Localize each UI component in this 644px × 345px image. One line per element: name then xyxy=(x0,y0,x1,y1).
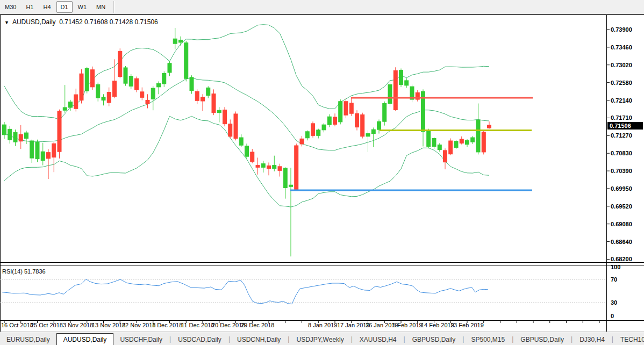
candle-body xyxy=(13,132,17,142)
timeframe-button-d1[interactable]: D1 xyxy=(56,1,73,13)
candle-body xyxy=(383,104,387,122)
candle-body xyxy=(488,125,491,128)
candle-body xyxy=(349,103,353,113)
candle-body xyxy=(251,152,254,162)
rsi-indicator-label: RSI(14) 51.7836 xyxy=(2,268,46,275)
price-axis-label: 0.72140 xyxy=(611,97,632,104)
timeframe-button-h4[interactable]: H4 xyxy=(39,1,55,13)
timeframe-button-m30[interactable]: M30 xyxy=(1,1,20,13)
candle-body xyxy=(388,84,392,103)
candle-body xyxy=(327,117,331,125)
tab-dj30-h4[interactable]: DJ30,H4 xyxy=(573,334,611,345)
rsi-axis-label: 70 xyxy=(611,276,617,283)
candle-body xyxy=(393,70,397,110)
price-axis-label: 0.71710 xyxy=(611,114,632,121)
candle-body xyxy=(333,117,337,124)
candle-body xyxy=(228,124,232,136)
timeframe-button-h1[interactable]: H1 xyxy=(22,1,38,13)
date-axis-label: 3 Nov 2018 xyxy=(63,322,93,328)
candle-body xyxy=(261,164,265,168)
candlestick-chart[interactable] xyxy=(0,15,644,332)
tab-usdcnh-daily[interactable]: USDCNH,Daily xyxy=(231,334,287,345)
timeframe-button-w1[interactable]: W1 xyxy=(74,1,91,13)
candle-body xyxy=(239,138,243,145)
date-axis-label: 25 Oct 2018 xyxy=(31,322,63,328)
candle-body xyxy=(118,51,122,76)
toolbar-separator xyxy=(113,1,115,13)
candle-body xyxy=(19,134,23,141)
candle-body xyxy=(69,102,73,107)
chart-area[interactable]: ▼AUDUSD,Daily 0.71452 0.71608 0.71428 0.… xyxy=(0,15,644,332)
candle-body xyxy=(449,141,453,154)
candle-body xyxy=(129,76,133,87)
candle-body xyxy=(339,102,342,122)
price-axis-label: 0.69080 xyxy=(611,221,632,227)
candle-body xyxy=(35,142,39,159)
rsi-axis-label: 30 xyxy=(611,299,617,306)
chart-title: ▼AUDUSD,Daily 0.71452 0.71608 0.71428 0.… xyxy=(4,18,158,26)
candle-body xyxy=(482,132,485,152)
candle-body xyxy=(234,114,238,139)
price-axis-label: 0.73460 xyxy=(611,44,632,51)
candle-body xyxy=(184,43,188,79)
candle-body xyxy=(168,63,171,73)
candle-body xyxy=(317,130,320,135)
candle-body xyxy=(355,113,359,127)
candle-body xyxy=(102,97,105,100)
tab-xauusd-h4[interactable]: XAUUSD,H4 xyxy=(353,334,403,345)
candle-body xyxy=(146,100,149,104)
candle-body xyxy=(74,95,78,109)
candle-body xyxy=(371,130,375,133)
candle-body xyxy=(173,39,177,44)
candle-body xyxy=(212,94,216,113)
tab-audusd-daily[interactable]: AUDUSD,Daily xyxy=(56,333,114,345)
date-axis-label: 29 Dec 2018 xyxy=(241,322,274,328)
date-axis-label: 22 Nov 2018 xyxy=(122,322,155,328)
candle-body xyxy=(295,146,298,189)
chart-ohlc-values: 0.71452 0.71608 0.71428 0.71506 xyxy=(59,18,158,26)
candle-body xyxy=(223,110,227,124)
candle-body xyxy=(47,153,51,159)
candle-body xyxy=(30,141,34,158)
price-axis-label: 0.73900 xyxy=(611,26,632,33)
timeframe-button-mn[interactable]: MN xyxy=(92,1,110,13)
tab-usdchf-daily[interactable]: USDCHF,Daily xyxy=(113,334,169,345)
tab-gbpusd-daily[interactable]: GBPUSD,Daily xyxy=(406,334,462,345)
tab-gbpusd-daily[interactable]: GBPUSD,Daily xyxy=(514,334,570,345)
candle-body xyxy=(151,88,155,99)
candle-body xyxy=(466,140,469,144)
candle-body xyxy=(377,121,381,130)
candle-body xyxy=(162,73,166,83)
collapse-triangle-icon[interactable]: ▼ xyxy=(4,20,9,25)
tab-sp500-m15[interactable]: SP500,M15 xyxy=(464,334,511,345)
candle-body xyxy=(96,84,100,98)
date-axis-label: 1 Dec 2018 xyxy=(152,322,182,328)
price-axis-label: 0.69520 xyxy=(611,203,632,210)
date-axis-label: 5 Feb 2019 xyxy=(392,322,423,328)
current-price-tag: 0.71506 xyxy=(607,122,643,130)
candle-body xyxy=(179,40,183,42)
tab-usdjpy-weekly[interactable]: USDJPY,Weekly xyxy=(290,334,350,345)
candle-body xyxy=(289,185,293,186)
candle-body xyxy=(427,131,431,147)
rsi-axis-label: 100 xyxy=(611,264,620,270)
candle-body xyxy=(52,143,56,157)
date-axis-label: 14 Feb 2019 xyxy=(421,322,454,328)
candle-body xyxy=(454,141,458,148)
tab-tech100-h[interactable]: TECH100,H xyxy=(614,334,644,345)
tab-eurusd-daily[interactable]: EURUSD,Daily xyxy=(0,334,56,345)
candle-body xyxy=(300,139,304,144)
candle-body xyxy=(3,125,6,135)
candle-body xyxy=(113,81,117,97)
timeframe-toolbar: M30H1H4D1W1MN xyxy=(0,0,644,15)
candle-body xyxy=(190,77,194,91)
candle-body xyxy=(41,152,45,160)
candle-body xyxy=(278,167,282,170)
tab-usdcad-daily[interactable]: USDCAD,Daily xyxy=(171,334,228,345)
candle-body xyxy=(157,83,161,87)
candle-body xyxy=(58,111,61,152)
candle-body xyxy=(305,132,309,138)
candle-body xyxy=(135,78,139,90)
candle-body xyxy=(344,102,348,115)
candle-body xyxy=(438,145,441,149)
